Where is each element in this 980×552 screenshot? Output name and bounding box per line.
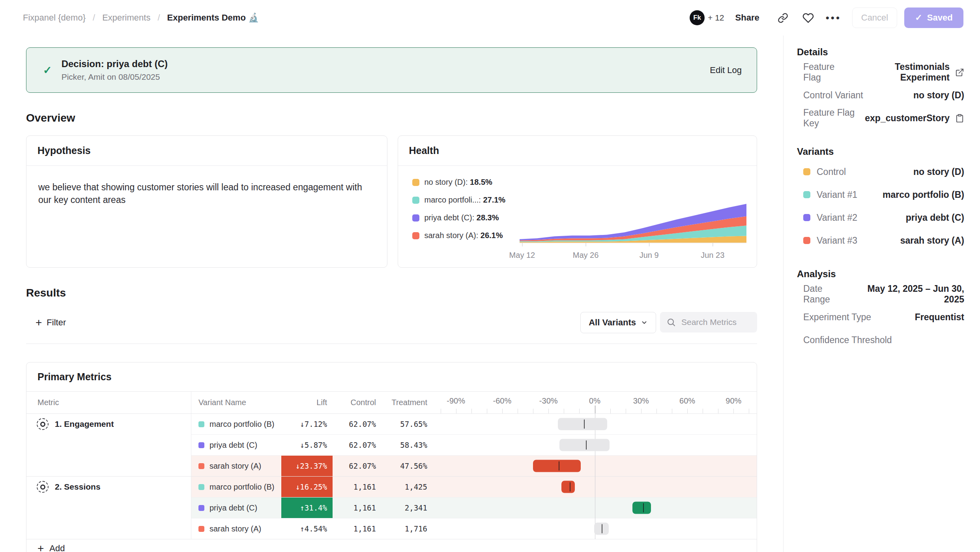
- variant-result-row[interactable]: sarah story (A)↑4.54%1,1611,716: [191, 518, 757, 539]
- copy-link-icon[interactable]: [775, 10, 791, 26]
- variant-row-label: Control: [803, 167, 846, 177]
- axis-minor-tick: [749, 409, 749, 413]
- health-legend-item: no story (D): 18.5%: [412, 178, 516, 187]
- variant-color-dot: [198, 421, 204, 427]
- variant-result-row[interactable]: priya debt (C)↓5.87%62.07%58.43%: [191, 434, 757, 455]
- health-legend-item: priya debt (C): 28.3%: [412, 213, 516, 222]
- confidence-interval-mean-tick: [602, 524, 602, 533]
- more-options-icon[interactable]: •••: [826, 12, 841, 24]
- variant-row-value-text: no story (D): [913, 167, 964, 177]
- edit-log-button[interactable]: Edit Log: [710, 65, 742, 75]
- metric-name-wrap[interactable]: 1. Engagement: [26, 414, 191, 434]
- lift-cell: ↓7.12%: [281, 414, 333, 434]
- x-axis-label: May 26: [573, 251, 599, 260]
- variant-swatch: [803, 214, 810, 221]
- axis-minor-tick: [672, 409, 672, 413]
- col-header-control: Control: [333, 392, 382, 413]
- metric-group-rows: marco portfolio (B)↓16.25%1,1611,425priy…: [191, 477, 757, 539]
- confidence-interval-bar: [594, 523, 609, 535]
- variant-name: marco portfolio (B): [209, 420, 275, 429]
- variants-heading: Variants: [797, 146, 964, 157]
- avatar[interactable]: Fk: [690, 10, 705, 25]
- axis-minor-tick: [548, 409, 549, 413]
- legend-label: marco portfoli...: 27.1%: [425, 195, 506, 205]
- variant-result-row[interactable]: marco portfolio (B)↓16.25%1,1611,425: [191, 477, 757, 497]
- detail-row-label: Control Variant: [803, 90, 863, 101]
- confidence-interval-mean-tick: [586, 441, 587, 450]
- detail-row: Control Variantno story (D): [803, 84, 964, 107]
- analysis-row-value-text: May 12, 2025 – Jun 30, 2025: [850, 284, 964, 305]
- breadcrumb: Fixpanel {demo}/Experiments/Experiments …: [23, 13, 259, 23]
- variant-swatch: [803, 168, 810, 175]
- metric-name-wrap[interactable]: 2. Sessions: [26, 477, 191, 497]
- legend-label: no story (D): 18.5%: [425, 178, 492, 187]
- axis-minor-tick: [456, 409, 456, 413]
- variant-name: priya debt (C): [209, 503, 257, 513]
- breadcrumb-item[interactable]: Fixpanel {demo}: [23, 13, 86, 23]
- hypothesis-title: Hypothesis: [26, 136, 387, 166]
- control-value: 62.07%: [349, 441, 376, 449]
- axis-minor-tick: [502, 409, 503, 413]
- lift-axis-tick-label: -30%: [539, 396, 558, 406]
- lift-value: ↓7.12%: [300, 420, 327, 428]
- axis-minor-tick: [579, 409, 580, 413]
- analysis-rows: Date RangeMay 12, 2025 – Jun 30, 2025Exp…: [797, 283, 964, 351]
- variant-result-row[interactable]: sarah story (A)↓23.37%62.07%47.56%: [191, 455, 757, 476]
- clipboard-icon[interactable]: [955, 114, 964, 123]
- treatment-cell: 1,716: [382, 518, 433, 539]
- collaborators-count[interactable]: + 12: [708, 13, 724, 23]
- share-button[interactable]: Share: [735, 13, 759, 23]
- add-metric-button[interactable]: + Add: [26, 539, 757, 552]
- primary-metrics-card: Primary Metrics Metric Variant Name Lift…: [26, 362, 757, 552]
- legend-swatch: [412, 214, 419, 222]
- variants-dropdown[interactable]: All Variants: [580, 312, 656, 333]
- axis-minor-tick: [641, 409, 641, 413]
- variant-name-cell: priya debt (C): [191, 498, 281, 518]
- health-title: Health: [398, 136, 757, 166]
- experiments-page: Fixpanel {demo}/Experiments/Experiments …: [0, 0, 980, 552]
- variant-color-dot: [198, 484, 204, 490]
- search-metrics-input[interactable]: [681, 317, 748, 327]
- lift-cell: ↓16.25%: [281, 477, 333, 497]
- variant-result-row[interactable]: marco portfolio (B)↓7.12%62.07%57.65%: [191, 414, 757, 434]
- control-value: 1,161: [353, 483, 376, 491]
- col-header-variant: Variant Name: [191, 392, 281, 413]
- variants-dropdown-label: All Variants: [589, 317, 636, 328]
- confidence-interval-mean-tick: [570, 483, 570, 492]
- overview-cards: Hypothesis we believe that showing custo…: [26, 135, 757, 268]
- breadcrumb-item[interactable]: Experiments: [102, 13, 150, 23]
- detail-row-value-text: no story (D): [913, 90, 964, 101]
- variant-row-value: priya debt (C): [906, 212, 964, 223]
- variant-row-value: sarah story (A): [900, 235, 964, 246]
- hypothesis-body[interactable]: we believe that showing customer stories…: [26, 166, 387, 221]
- add-filter-button[interactable]: + Filter: [36, 317, 66, 328]
- treatment-cell: 1,425: [382, 477, 433, 497]
- variant-row: Variant #3sarah story (A): [803, 229, 964, 252]
- axis-minor-tick: [687, 409, 688, 413]
- detail-row-label: Feature Flag Key: [803, 107, 865, 129]
- results-controls: All Variants: [580, 312, 757, 333]
- details-rows: Feature FlagTestimonials ExperimentContr…: [797, 61, 964, 130]
- search-metrics-box: [660, 312, 757, 332]
- metric-cell: 2. Sessions: [26, 477, 191, 539]
- axis-minor-tick: [471, 409, 472, 413]
- saved-button[interactable]: ✓ Saved: [904, 8, 963, 28]
- plus-icon: +: [37, 543, 44, 552]
- variant-result-row[interactable]: priya debt (C)↑31.4%1,1612,341: [191, 497, 757, 518]
- control-cell: 62.07%: [333, 414, 382, 434]
- lift-value-wrap: ↑4.54%: [281, 518, 333, 539]
- page-body: ✓ Decision: priya debt (C) Picker, Amit …: [0, 36, 980, 552]
- lift-axis-header: -90%-60%-30%0%30%60%90%: [433, 392, 757, 413]
- variant-row-value-text: priya debt (C): [906, 212, 964, 223]
- lift-axis-tick-label: 30%: [633, 396, 649, 406]
- external-link-icon[interactable]: [955, 68, 964, 77]
- cancel-button[interactable]: Cancel: [852, 8, 897, 28]
- health-chart: May 12May 26Jun 9Jun 23: [516, 166, 757, 267]
- lift-value: ↑4.54%: [300, 524, 327, 533]
- topbar-actions: Fk + 12 Share ••• Cancel ✓ Saved: [690, 8, 963, 28]
- favorite-heart-icon[interactable]: [800, 10, 816, 26]
- filter-label: Filter: [47, 317, 66, 328]
- variant-name: priya debt (C): [209, 441, 257, 450]
- decision-check-icon: ✓: [43, 64, 52, 77]
- treatment-value: 57.65%: [400, 420, 427, 428]
